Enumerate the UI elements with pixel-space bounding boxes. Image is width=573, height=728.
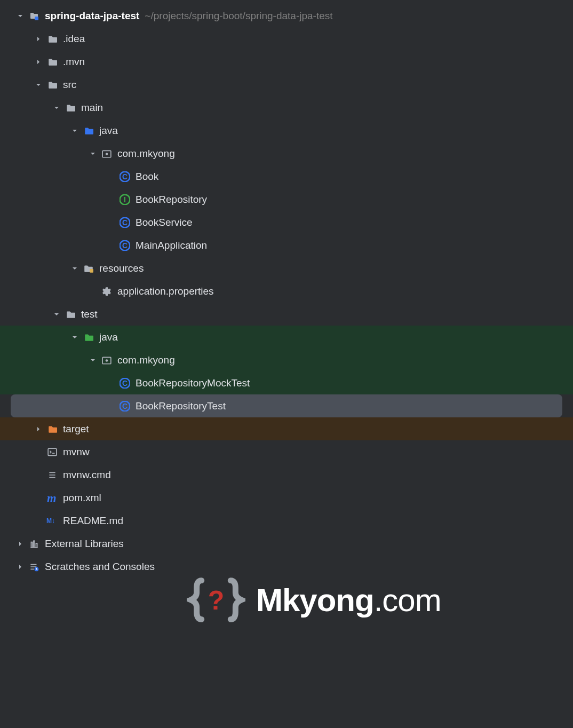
tree-node-test-package[interactable]: com.mkyong bbox=[0, 349, 573, 371]
node-label: External Libraries bbox=[45, 538, 124, 550]
excluded-folder-icon bbox=[46, 423, 59, 436]
library-icon bbox=[28, 537, 41, 550]
node-label: BookService bbox=[136, 217, 193, 228]
tree-node-book-repository[interactable]: BookRepository bbox=[0, 188, 573, 211]
folder-icon bbox=[46, 56, 59, 68]
chevron-right-icon[interactable] bbox=[15, 539, 26, 549]
node-label: com.mkyong bbox=[117, 354, 175, 366]
node-label: README.md bbox=[63, 515, 123, 527]
chevron-right-icon[interactable] bbox=[33, 424, 44, 434]
tree-node-book-service[interactable]: BookService bbox=[0, 211, 573, 234]
node-label: MainApplication bbox=[136, 240, 207, 251]
chevron-right-icon[interactable] bbox=[33, 57, 44, 67]
chevron-down-icon[interactable] bbox=[33, 80, 44, 90]
module-root-icon bbox=[28, 10, 41, 22]
test-source-folder-icon bbox=[82, 331, 95, 344]
package-icon bbox=[100, 147, 113, 160]
gear-icon bbox=[100, 285, 113, 298]
node-label: java bbox=[99, 331, 118, 343]
chevron-right-icon[interactable] bbox=[33, 34, 44, 44]
class-icon bbox=[118, 400, 131, 413]
node-label: BookRepositoryTest bbox=[136, 400, 226, 412]
node-label: Scratches and Consoles bbox=[45, 561, 155, 573]
watermark-text: Mkyong.com bbox=[256, 582, 441, 619]
chevron-down-icon[interactable] bbox=[87, 355, 98, 366]
scratch-icon bbox=[28, 560, 41, 573]
node-label: java bbox=[99, 125, 118, 137]
node-label: .idea bbox=[63, 33, 85, 45]
node-label: BookRepository bbox=[136, 194, 207, 205]
chevron-down-icon[interactable] bbox=[51, 309, 62, 320]
tree-node-main-application[interactable]: MainApplication bbox=[0, 234, 573, 257]
tree-node-main[interactable]: main bbox=[0, 96, 573, 119]
terminal-icon bbox=[46, 446, 59, 458]
chevron-down-icon[interactable] bbox=[69, 125, 80, 136]
tree-node-project-root[interactable]: spring-data-jpa-test ~/projects/spring-b… bbox=[0, 4, 573, 27]
interface-icon bbox=[118, 193, 131, 206]
node-label: target bbox=[63, 423, 89, 435]
svg-text:?: ? bbox=[208, 585, 225, 615]
node-label: src bbox=[63, 79, 76, 91]
chevron-down-icon[interactable] bbox=[15, 11, 26, 21]
chevron-down-icon[interactable] bbox=[51, 102, 62, 113]
node-label: main bbox=[81, 102, 103, 114]
tree-node-pom[interactable]: pom.xml bbox=[0, 486, 573, 509]
resources-folder-icon bbox=[82, 262, 95, 275]
text-file-icon bbox=[46, 469, 59, 481]
tree-node-mvnw[interactable]: mvnw bbox=[0, 440, 573, 463]
tree-node-external-libraries[interactable]: External Libraries bbox=[0, 532, 573, 555]
tree-node-target[interactable]: target bbox=[0, 417, 573, 440]
folder-icon bbox=[64, 101, 77, 114]
package-icon bbox=[100, 354, 113, 367]
tree-node-mvnw-cmd[interactable]: mvnw.cmd bbox=[0, 463, 573, 486]
watermark: ? Mkyong.com bbox=[187, 573, 441, 627]
node-label: .mvn bbox=[63, 56, 85, 68]
node-label: pom.xml bbox=[63, 492, 101, 504]
mkyong-logo-icon: ? bbox=[187, 573, 245, 627]
node-label: spring-data-jpa-test bbox=[45, 10, 139, 22]
folder-icon bbox=[46, 78, 59, 91]
tree-node-mock-test[interactable]: BookRepositoryMockTest bbox=[0, 371, 573, 394]
node-label: Book bbox=[136, 171, 158, 183]
markdown-icon bbox=[46, 515, 59, 527]
chevron-down-icon[interactable] bbox=[69, 332, 80, 343]
node-label: resources bbox=[99, 263, 144, 274]
class-icon bbox=[118, 377, 131, 390]
maven-icon bbox=[46, 492, 59, 504]
node-label: com.mkyong bbox=[117, 148, 175, 160]
tree-node-main-java[interactable]: java bbox=[0, 119, 573, 142]
node-label: mvnw.cmd bbox=[63, 469, 111, 481]
tree-node-repo-test[interactable]: BookRepositoryTest bbox=[11, 394, 562, 417]
node-label: application.properties bbox=[117, 286, 214, 297]
folder-icon bbox=[64, 308, 77, 321]
tree-node-main-package[interactable]: com.mkyong bbox=[0, 142, 573, 165]
tree-node-readme[interactable]: README.md bbox=[0, 509, 573, 532]
tree-node-test[interactable]: test bbox=[0, 303, 573, 326]
tree-node-mvn[interactable]: .mvn bbox=[0, 50, 573, 73]
class-icon bbox=[118, 170, 131, 183]
tree-node-src[interactable]: src bbox=[0, 73, 573, 96]
class-icon bbox=[118, 216, 131, 229]
source-folder-icon bbox=[82, 124, 95, 137]
chevron-down-icon[interactable] bbox=[87, 148, 98, 159]
tree-node-test-java[interactable]: java bbox=[0, 326, 573, 349]
tree-node-book[interactable]: Book bbox=[0, 165, 573, 188]
node-label: BookRepositoryMockTest bbox=[136, 377, 250, 389]
project-tree[interactable]: spring-data-jpa-test ~/projects/spring-b… bbox=[0, 0, 573, 578]
class-icon bbox=[118, 239, 131, 252]
node-label: mvnw bbox=[63, 446, 90, 458]
project-path: ~/projects/spring-boot/spring-data-jpa-t… bbox=[145, 10, 332, 22]
chevron-down-icon[interactable] bbox=[69, 263, 80, 274]
tree-node-idea[interactable]: .idea bbox=[0, 27, 573, 50]
node-label: test bbox=[81, 308, 98, 320]
chevron-right-icon[interactable] bbox=[15, 561, 26, 572]
tree-node-resources[interactable]: resources bbox=[0, 257, 573, 280]
tree-node-app-properties[interactable]: application.properties bbox=[0, 280, 573, 303]
folder-icon bbox=[46, 33, 59, 45]
